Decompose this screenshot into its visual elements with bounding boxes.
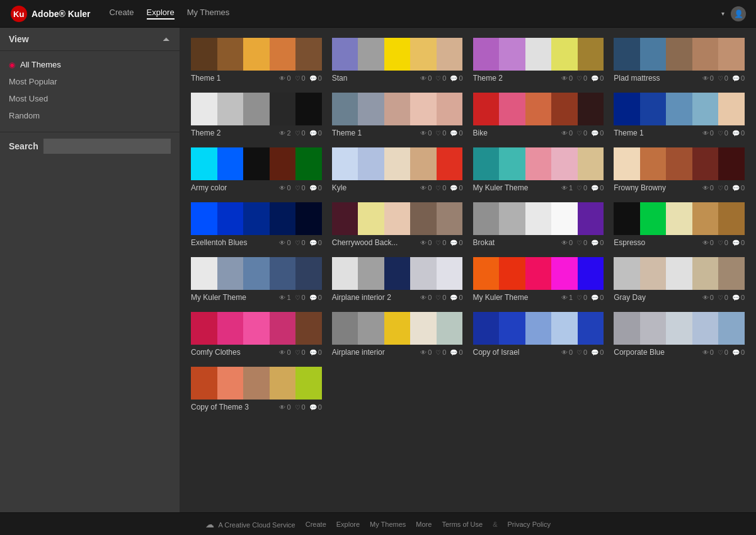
eye-icon: 👁 <box>561 185 568 192</box>
eye-icon: 👁 <box>702 349 709 356</box>
view-stat: 👁 0 <box>702 239 714 246</box>
theme-card[interactable]: Corporate Blue👁 0♡ 0💬 0 <box>609 308 750 363</box>
footer-ampersand: & <box>493 521 497 528</box>
theme-card[interactable]: Theme 1👁 0♡ 0💬 0 <box>186 34 327 89</box>
theme-card[interactable]: Copy of Israel👁 0♡ 0💬 0 <box>468 308 609 363</box>
swatch <box>437 38 463 71</box>
swatch <box>499 38 525 71</box>
sidebar-header: View ⏶ <box>0 28 180 51</box>
nav-create[interactable]: Create <box>110 8 134 20</box>
footer-terms[interactable]: Terms of Use <box>442 521 483 528</box>
swatch <box>614 202 640 235</box>
avatar[interactable]: 👤 <box>731 6 746 21</box>
theme-card[interactable]: My Kuler Theme👁 1♡ 0💬 0 <box>186 253 327 308</box>
theme-card[interactable]: My Kuler Theme👁 1♡ 0💬 0 <box>468 253 609 308</box>
theme-swatches <box>191 257 322 290</box>
theme-card[interactable]: Theme 2👁 2♡ 0💬 0 <box>186 89 327 144</box>
swatch <box>614 257 640 290</box>
like-stat: ♡ 0 <box>576 239 587 246</box>
theme-card[interactable]: Theme 1👁 0♡ 0💬 0 <box>609 89 750 144</box>
theme-card[interactable]: Stan👁 0♡ 0💬 0 <box>327 34 468 89</box>
theme-card[interactable]: Airplane interior 2👁 0♡ 0💬 0 <box>327 253 468 308</box>
theme-info: Bike👁 0♡ 0💬 0 <box>473 129 604 137</box>
swatch <box>578 38 604 71</box>
sidebar-item-most-popular[interactable]: Most Popular <box>0 73 180 90</box>
nav-explore[interactable]: Explore <box>147 8 175 20</box>
footer-explore[interactable]: Explore <box>336 521 360 528</box>
view-stat: 👁 0 <box>420 129 432 137</box>
theme-name: Kyle <box>332 183 420 192</box>
view-stat: 👁 2 <box>279 129 290 137</box>
eye-icon: 👁 <box>420 239 427 246</box>
footer-create[interactable]: Create <box>306 521 326 528</box>
theme-card[interactable]: Theme 2👁 0♡ 0💬 0 <box>468 34 609 89</box>
theme-card[interactable]: Exellentoh Blues👁 0♡ 0💬 0 <box>186 198 327 253</box>
footer-privacy[interactable]: Privacy Policy <box>508 521 551 528</box>
swatch <box>270 38 296 71</box>
swatch <box>718 93 745 125</box>
eye-icon: 👁 <box>702 239 709 246</box>
swatch <box>640 147 667 180</box>
theme-name: Gray Day <box>614 293 702 302</box>
comment-icon: 💬 <box>732 239 740 246</box>
sidebar-collapse-icon[interactable]: ⏶ <box>162 34 171 44</box>
swatch <box>243 312 270 345</box>
swatch <box>332 38 358 71</box>
swatch <box>666 93 692 125</box>
theme-info: Comfy Clothes👁 0♡ 0💬 0 <box>191 348 322 357</box>
theme-stats: 👁 0♡ 0💬 0 <box>702 74 745 82</box>
comment-icon: 💬 <box>450 349 457 356</box>
comment-stat: 💬 0 <box>591 184 604 192</box>
sidebar-item-all-themes[interactable]: ◉ All Themes <box>0 56 180 73</box>
sidebar-title: View <box>9 34 29 44</box>
theme-card[interactable]: Comfy Clothes👁 0♡ 0💬 0 <box>186 308 327 363</box>
theme-card[interactable]: My Kuler Theme👁 1♡ 0💬 0 <box>468 144 609 198</box>
theme-card[interactable]: Plad mattress👁 0♡ 0💬 0 <box>609 34 750 89</box>
comment-icon: 💬 <box>450 294 457 301</box>
theme-card[interactable]: Bike👁 0♡ 0💬 0 <box>468 89 609 144</box>
nav-links: Create Explore My Themes <box>110 8 721 20</box>
view-stat: 👁 1 <box>279 294 290 301</box>
theme-card[interactable]: Gray Day👁 0♡ 0💬 0 <box>609 253 750 308</box>
theme-card[interactable]: Kyle👁 0♡ 0💬 0 <box>327 144 468 198</box>
like-stat: ♡ 0 <box>718 348 728 356</box>
comment-stat: 💬 0 <box>732 239 745 246</box>
nav-mythemes[interactable]: My Themes <box>187 8 230 20</box>
theme-stats: 👁 0♡ 0💬 0 <box>702 348 745 356</box>
theme-card[interactable]: Espresso👁 0♡ 0💬 0 <box>609 198 750 253</box>
sidebar-item-most-used[interactable]: Most Used <box>0 90 180 107</box>
comment-stat: 💬 0 <box>450 129 462 137</box>
comment-icon: 💬 <box>732 185 740 192</box>
comment-stat: 💬 0 <box>309 348 322 356</box>
search-label: Search <box>9 141 38 151</box>
comment-stat: 💬 0 <box>732 74 745 82</box>
theme-info: Theme 1👁 0♡ 0💬 0 <box>191 74 322 83</box>
comment-icon: 💬 <box>309 130 317 137</box>
heart-icon: ♡ <box>576 75 582 82</box>
swatch <box>692 38 719 71</box>
swatch <box>384 257 411 290</box>
heart-icon: ♡ <box>435 75 441 82</box>
theme-card[interactable]: Theme 1👁 0♡ 0💬 0 <box>327 89 468 144</box>
theme-swatches <box>614 202 745 235</box>
eye-icon: 👁 <box>420 294 427 301</box>
view-stat: 👁 0 <box>420 294 432 301</box>
swatch <box>551 257 578 290</box>
view-stat: 👁 0 <box>702 74 714 82</box>
sidebar-item-label-used: Most Used <box>9 94 48 103</box>
theme-card[interactable]: Brokat👁 0♡ 0💬 0 <box>468 198 609 253</box>
footer-more[interactable]: More <box>416 521 432 528</box>
theme-stats: 👁 0♡ 0💬 0 <box>561 348 604 356</box>
search-input[interactable] <box>43 139 171 154</box>
sidebar-item-random[interactable]: Random <box>0 107 180 124</box>
theme-name: Theme 2 <box>191 129 279 137</box>
theme-card[interactable]: Army color👁 0♡ 0💬 0 <box>186 144 327 198</box>
swatch <box>578 312 604 345</box>
theme-card[interactable]: Frowny Browny👁 0♡ 0💬 0 <box>609 144 750 198</box>
footer-mythemes[interactable]: My Themes <box>370 521 406 528</box>
theme-card[interactable]: Copy of Theme 3👁 0♡ 0💬 0 <box>186 363 327 418</box>
theme-card[interactable]: Cherrywood Back...👁 0♡ 0💬 0 <box>327 198 468 253</box>
nav-dropdown-icon[interactable]: ▾ <box>721 10 724 17</box>
theme-card[interactable]: Airplane interior👁 0♡ 0💬 0 <box>327 308 468 363</box>
swatch <box>295 147 322 180</box>
